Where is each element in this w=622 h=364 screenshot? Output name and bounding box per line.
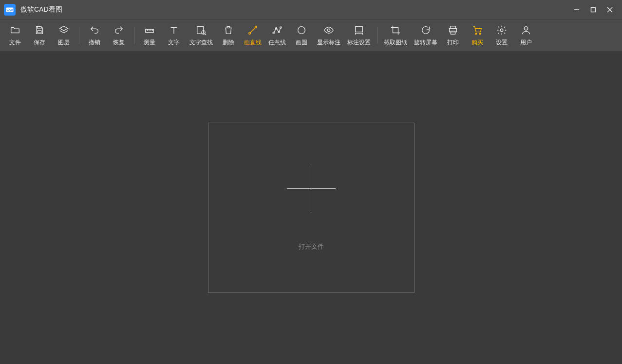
buy-button[interactable]: 购买 — [465, 21, 490, 50]
file-label: 文件 — [9, 38, 21, 47]
undo-icon — [89, 25, 100, 36]
undo-label: 撤销 — [89, 38, 100, 47]
circle-icon — [296, 25, 307, 36]
settings-button[interactable]: 设置 — [490, 21, 514, 50]
ruler-icon — [144, 25, 155, 36]
settings-label: 设置 — [496, 38, 508, 47]
open-file-label: 打开文件 — [299, 242, 324, 251]
toolbar-separator — [134, 27, 134, 44]
find-text-label: 文字查找 — [189, 38, 213, 47]
layers-button[interactable]: 图层 — [52, 21, 76, 50]
text-label: 文字 — [168, 38, 180, 47]
svg-line-16 — [205, 34, 206, 35]
trash-icon — [223, 25, 234, 36]
layers-icon — [58, 25, 69, 36]
find-text-button[interactable]: 文字查找 — [186, 21, 216, 50]
rotate-button[interactable]: 旋转屏幕 — [411, 21, 441, 50]
window-controls — [568, 0, 618, 19]
eye-icon — [323, 25, 334, 36]
annot-settings-label: 标注设置 — [347, 38, 371, 47]
svg-point-35 — [500, 29, 503, 32]
svg-line-19 — [250, 27, 255, 32]
main-toolbar: 文件 保存 图层 撤销 恢复 测量 文字 — [0, 19, 622, 51]
app-title: 傲软CAD看图 — [20, 5, 62, 14]
cart-icon — [472, 25, 483, 36]
crop-label: 截取图纸 — [384, 38, 407, 47]
svg-rect-14 — [197, 26, 204, 34]
find-text-icon — [196, 25, 207, 36]
open-file-card[interactable]: 打开文件 — [208, 123, 415, 293]
delete-button[interactable]: 删除 — [216, 21, 241, 50]
file-button[interactable]: 文件 — [3, 21, 27, 50]
app-window: CAD 傲软CAD看图 文件 保存 图层 — [0, 0, 622, 364]
svg-point-17 — [249, 32, 251, 34]
canvas-area: 打开文件 — [0, 51, 622, 364]
crop-button[interactable]: 截取图纸 — [380, 21, 411, 50]
svg-rect-30 — [451, 26, 456, 28]
toolbar-separator — [79, 27, 79, 44]
buy-label: 购买 — [471, 38, 483, 47]
plus-icon — [287, 164, 336, 213]
print-icon — [448, 25, 458, 36]
save-label: 保存 — [34, 38, 45, 47]
close-button[interactable] — [602, 0, 618, 19]
user-button[interactable]: 用户 — [514, 21, 538, 50]
gear-icon — [496, 25, 507, 36]
folder-icon — [10, 25, 20, 36]
maximize-button[interactable] — [585, 0, 602, 19]
svg-rect-26 — [356, 26, 363, 32]
redo-icon — [113, 25, 124, 36]
layers-label: 图层 — [58, 38, 70, 47]
save-button[interactable]: 保存 — [27, 21, 52, 50]
annot-settings-button[interactable]: 标注设置 — [344, 21, 374, 50]
svg-point-34 — [479, 33, 481, 34]
rotate-icon — [420, 25, 431, 36]
svg-point-24 — [298, 26, 305, 34]
show-annot-button[interactable]: 显示标注 — [314, 21, 344, 50]
line-label: 画直线 — [244, 38, 262, 47]
svg-point-33 — [475, 33, 477, 34]
print-label: 打印 — [447, 38, 459, 47]
polyline-label: 任意线 — [268, 38, 286, 47]
text-button[interactable]: 文字 — [162, 21, 186, 50]
user-label: 用户 — [520, 38, 532, 47]
measure-label: 测量 — [144, 38, 155, 47]
svg-rect-6 — [38, 30, 41, 33]
app-logo-icon: CAD — [4, 4, 16, 16]
line-button[interactable]: 画直线 — [241, 21, 265, 50]
minimize-button[interactable] — [568, 0, 585, 19]
circle-label: 画圆 — [296, 38, 307, 47]
circle-button[interactable]: 画圆 — [289, 21, 314, 50]
show-annot-label: 显示标注 — [317, 38, 340, 47]
svg-rect-3 — [591, 8, 596, 12]
toolbar-separator — [377, 27, 377, 44]
user-icon — [521, 25, 531, 36]
annot-settings-icon — [354, 25, 364, 36]
line-icon — [247, 25, 258, 36]
crop-icon — [390, 25, 401, 36]
print-button[interactable]: 打印 — [441, 21, 465, 50]
measure-button[interactable]: 测量 — [137, 21, 162, 50]
undo-button[interactable]: 撤销 — [82, 21, 107, 50]
save-icon — [34, 25, 45, 36]
svg-point-25 — [327, 29, 330, 32]
polyline-icon — [272, 25, 283, 36]
redo-label: 恢复 — [113, 38, 125, 47]
rotate-label: 旋转屏幕 — [414, 38, 437, 47]
titlebar: CAD 傲软CAD看图 — [0, 0, 622, 19]
text-icon — [169, 25, 179, 36]
svg-point-18 — [255, 26, 257, 28]
delete-label: 删除 — [223, 38, 234, 47]
polyline-button[interactable]: 任意线 — [265, 21, 289, 50]
svg-rect-32 — [451, 31, 455, 34]
svg-point-36 — [524, 26, 528, 30]
redo-button[interactable]: 恢复 — [107, 21, 131, 50]
svg-text:CAD: CAD — [7, 8, 14, 11]
